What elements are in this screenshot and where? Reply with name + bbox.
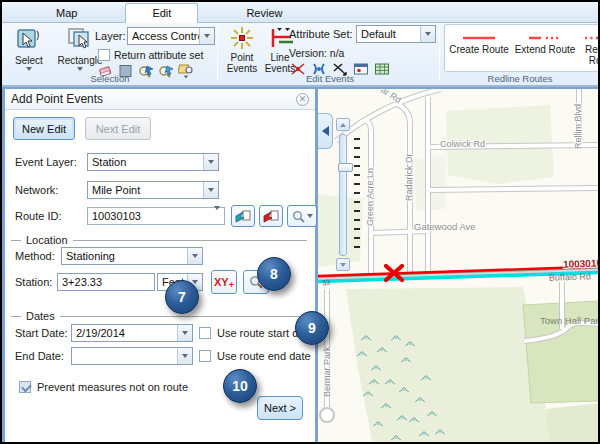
zoom-in-icon [340,123,346,127]
xy-icon: XY [214,276,229,288]
zoom-out-button[interactable] [336,258,350,271]
end-date-dropdown-arrow[interactable] [177,348,192,364]
zoom-out-icon [340,263,346,267]
next-edit-button[interactable]: Next Edit [85,117,151,140]
station-label: Station: [15,276,52,288]
edit-events-group-label: Edit Events [220,73,440,84]
network-dropdown-arrow[interactable] [203,182,218,198]
route-id-combo[interactable]: 10030103 [87,207,225,225]
attribute-set-dropdown[interactable]: Default [356,25,436,43]
start-date-dropdown-arrow[interactable] [177,325,192,341]
route-id-dropdown-arrow[interactable] [214,210,224,222]
zoom-slider-track[interactable] [339,134,347,256]
callout-9-number: 9 [308,320,316,336]
event-layer-value: Station [88,156,203,168]
station-input[interactable] [57,273,155,291]
extend-route-icon [525,33,565,43]
collapse-left-icon [322,126,329,136]
layer-dropdown-arrow[interactable] [199,28,214,44]
route-zoom-menu-button[interactable] [287,205,317,227]
road-label-green-acre: Green Acre Ln [365,168,375,226]
select-label: Select [15,55,43,66]
close-icon[interactable]: ✕ [296,93,309,106]
clear-route-arrow-icon [263,209,279,224]
event-layer-dropdown[interactable]: Station [87,153,219,171]
method-value: Stationing [62,250,187,262]
create-route-button[interactable]: Create Route [448,33,510,55]
road-label-colwick: Colwick Rd [440,139,485,149]
dates-section-separator: Dates [11,310,307,322]
method-label: Method: [15,250,55,262]
callout-9: 9 [295,311,329,345]
prevent-measures-label: Prevent measures not on route [37,381,188,393]
rectangle-label: Rectangle [57,55,102,66]
network-dropdown[interactable]: Mile Point [87,181,219,199]
panel-title: Add Point Events [11,92,296,106]
map-view[interactable]: ar Rd Colwick Rd Rellim Blvd Radarick Dr… [318,87,600,444]
create-route-label: Create Route [449,44,508,55]
ribbon-group-redline: Create Route Extend Route Realign Route … [442,23,598,85]
route-id-label: Route ID: [15,210,61,222]
panel-header: Add Point Events ✕ [5,89,315,110]
ribbon-group-selection: Select Rectangle Layer: Access Control R… [2,23,218,85]
method-dropdown-arrow[interactable] [187,248,202,264]
start-date-label: Start Date: [15,327,68,339]
location-section-label: Location [21,234,73,246]
return-attribute-set-checkbox[interactable] [98,49,110,61]
xy-locate-button[interactable]: XY + [211,270,237,294]
location-section-separator: Location [11,234,307,246]
method-dropdown[interactable]: Stationing [61,247,203,265]
select-route-arrow-icon [235,209,251,224]
zoom-in-button[interactable] [336,118,350,131]
clear-route-button[interactable] [259,205,283,227]
dates-section-label: Dates [21,310,60,322]
realign-route-button[interactable]: Realign Route [580,33,600,66]
return-attribute-set-label: Return attribute set [114,49,203,61]
select-button[interactable]: Select [8,26,50,71]
event-layer-dropdown-arrow[interactable] [203,154,218,170]
attribute-set-value: Default [357,28,420,40]
event-layer-label: Event Layer: [15,156,77,168]
road-label-radarick: Radarick Dr [404,153,414,201]
select-route-on-map-button[interactable] [231,205,255,227]
prevent-measures-checkbox[interactable] [19,381,31,393]
use-route-end-date-label: Use route end date [217,350,311,362]
next-button[interactable]: Next > [257,396,303,420]
extend-route-button[interactable]: Extend Route [514,33,576,55]
rectangle-dropdown-arrow[interactable] [77,67,83,71]
point-events-button[interactable]: Point Events [224,25,260,74]
use-route-start-date-checkbox[interactable] [199,327,211,339]
bermar-park-label: Bermar Park [322,346,332,397]
select-icon [15,26,43,54]
layer-dropdown[interactable]: Access Control [127,27,215,45]
callout-7-number: 7 [178,289,186,305]
end-date-label: End Date: [15,350,64,362]
road-label-gatewood: Gatewood Ave [414,221,476,232]
tab-edit[interactable]: Edit [125,3,198,23]
road-label-rellim: Rellim Blvd [573,104,583,149]
use-route-end-date-checkbox[interactable] [199,350,211,362]
tab-map[interactable]: Map [30,4,103,22]
end-date-picker[interactable] [71,347,193,365]
redline-group-label: Redline Routes [442,73,598,84]
selection-group-label: Selection [2,73,218,84]
start-date-picker[interactable]: 2/19/2014 [71,324,193,342]
town-hall-park-label: Town Hall Park [540,315,600,326]
park-area [546,403,600,444]
new-edit-button[interactable]: New Edit [13,117,75,140]
ribbon-group-edit-events: Point Events Line Events Attribute Set: … [220,23,440,85]
zoom-slider-handle[interactable] [338,163,353,172]
select-dropdown-arrow[interactable] [26,67,32,71]
create-route-icon [459,33,499,43]
attribute-set-dropdown-arrow[interactable] [420,26,435,42]
route-id-value: 10030103 [88,210,214,222]
start-date-value: 2/19/2014 [72,327,177,339]
road-label-buffalo: Buffalo Rd [549,271,591,282]
point-events-label: Point Events [227,52,258,74]
extend-route-label: Extend Route [515,44,576,55]
ribbon: Select Rectangle Layer: Access Control R… [2,23,598,87]
rectangle-select-icon [66,26,94,54]
panel-collapse-button[interactable] [318,113,333,149]
attribute-set-label: Attribute Set: [289,28,353,40]
tab-review[interactable]: Review [220,4,308,22]
